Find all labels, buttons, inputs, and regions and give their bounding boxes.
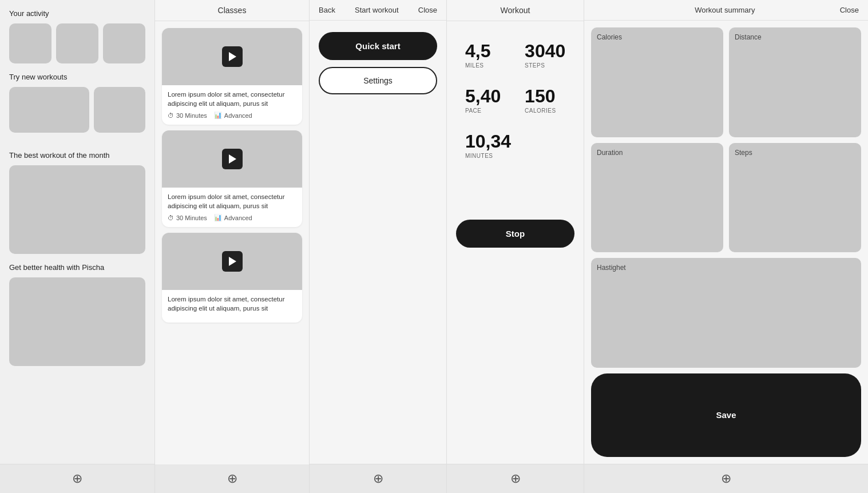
steps-value: 3040 [525,42,570,60]
nav-title-quickstart: Start workout [355,6,399,14]
stat-pace: 5,40 PACE [456,78,516,123]
miles-label: MILES [465,62,511,69]
summary-close[interactable]: Close [840,6,859,14]
summary-steps-card: Steps [729,143,861,253]
activity-card-2[interactable] [56,23,98,63]
panel1-plus-icon[interactable]: ⊕ [72,471,82,486]
summary-speed-card: Hastighet [591,258,861,368]
summary-steps-label: Steps [735,149,855,157]
panel1-footer: ⊕ [0,464,154,493]
summary-duration-card: Duration [591,143,723,253]
stat-calories: 150 CALORIES [516,78,574,123]
try-new-title: Try new workouts [9,73,145,81]
summary-calories-label: Calories [597,33,718,41]
stat-miles: 4,5 MILES [456,33,516,78]
clock-icon-2 [168,214,174,221]
pace-label: PACE [465,108,511,114]
stop-button[interactable]: Stop [456,220,574,248]
stat-steps: 3040 STEPS [516,33,574,78]
try-new-card-2[interactable] [94,87,145,133]
class-card-2[interactable]: Lorem ipsum dolor sit amet, consectetur … [162,130,302,227]
panel3-footer: ⊕ [310,464,446,493]
summary-title: Workout summary [695,6,755,14]
panel3-plus-icon[interactable]: ⊕ [373,471,383,486]
panel4-plus-icon[interactable]: ⊕ [510,471,521,486]
class-duration-1: 30 Minutes [168,112,207,119]
classes-content: Lorem ipsum dolor sit amet, consectetur … [155,21,309,464]
quick-start-spacer [319,101,437,452]
activity-title: Your activity [9,9,145,18]
class-desc-1: Lorem ipsum dolor sit amet, consectetur … [168,90,296,108]
panel5-footer: ⊕ [584,464,868,493]
nav-close-quickstart[interactable]: Close [418,6,437,14]
steps-label: STEPS [525,62,570,69]
bar-icon-1 [214,112,222,119]
calories-label: CALORIES [525,108,570,114]
class-card-1[interactable]: Lorem ipsum dolor sit amet, consectetur … [162,28,302,125]
activity-card-1[interactable] [9,23,51,63]
minutes-label: MINUTES [465,153,511,159]
clock-icon-1 [168,112,174,119]
class-info-1: Lorem ipsum dolor sit amet, consectetur … [162,85,302,125]
workout-header: Workout [447,0,584,21]
play-button-3[interactable] [222,251,243,272]
minutes-value: 10,34 [465,132,511,150]
class-level-1: Advanced [214,112,252,119]
activity-content: Your activity Try new workouts The best … [0,0,154,464]
get-better-title: Get better health with Pischa [9,263,145,272]
pace-value: 5,40 [465,87,511,105]
panel-workout: Workout 4,5 MILES 3040 STEPS 5,40 PACE 1… [446,0,584,493]
class-meta-1: 30 Minutes Advanced [168,112,296,119]
panel-classes: Classes Lorem ipsum dolor sit amet, cons… [154,0,309,493]
summary-duration-label: Duration [597,149,718,157]
class-info-3: Lorem ipsum dolor sit amet, consectetur … [162,290,302,322]
classes-header: Classes [155,0,309,21]
class-card-3[interactable]: Lorem ipsum dolor sit amet, consectetur … [162,233,302,322]
class-thumb-1 [162,28,302,85]
summary-calories-card: Calories [591,27,723,137]
panel-summary: Back Workout summary Close Calories Dist… [584,0,868,493]
workout-title: Workout [501,6,530,15]
panel5-plus-icon[interactable]: ⊕ [721,471,731,486]
panel-quick-start: Back Start workout Close Quick start Set… [309,0,446,493]
quick-start-button[interactable]: Quick start [319,32,437,60]
panel-activity: Your activity Try new workouts The best … [0,0,154,493]
play-button-1[interactable] [222,46,243,67]
class-desc-3: Lorem ipsum dolor sit amet, consectetur … [168,295,296,313]
calories-value: 150 [525,87,570,105]
class-level-2: Advanced [214,214,252,221]
stat-minutes: 10,34 MINUTES [456,123,516,168]
try-new-card-1[interactable] [9,87,89,133]
classes-title: Classes [218,6,247,15]
best-workout-title: The best workout of the month [9,151,145,160]
activity-card-3[interactable] [103,23,145,63]
nav-back[interactable]: Back [319,6,335,14]
miles-value: 4,5 [465,42,511,60]
class-thumb-3 [162,233,302,290]
class-duration-2: 30 Minutes [168,214,207,221]
summary-speed-label: Hastighet [597,264,855,272]
panel2-footer: ⊕ [155,464,309,493]
activity-row-1 [9,23,145,63]
class-info-2: Lorem ipsum dolor sit amet, consectetur … [162,188,302,227]
class-desc-2: Lorem ipsum dolor sit amet, consectetur … [168,192,296,210]
best-workout-card[interactable] [9,165,145,254]
workout-stats: 4,5 MILES 3040 STEPS 5,40 PACE 150 CALOR… [456,33,574,168]
play-button-2[interactable] [222,149,243,169]
panel2-plus-icon[interactable]: ⊕ [227,471,237,486]
bar-icon-2 [214,214,222,221]
try-new-row [9,87,145,142]
quick-start-header: Back Start workout Close [310,0,446,21]
workout-content: 4,5 MILES 3040 STEPS 5,40 PACE 150 CALOR… [447,21,584,464]
panel4-footer: ⊕ [447,464,584,493]
settings-button[interactable]: Settings [319,67,437,94]
save-button[interactable]: Save [591,373,861,458]
summary-distance-label: Distance [735,33,855,41]
quick-start-content: Quick start Settings [310,21,446,464]
class-meta-2: 30 Minutes Advanced [168,214,296,221]
summary-content: Calories Distance Duration Steps Hastigh… [584,21,868,464]
get-better-card[interactable] [9,277,145,366]
class-thumb-2 [162,130,302,188]
summary-header: Back Workout summary Close [584,0,868,21]
summary-distance-card: Distance [729,27,861,137]
